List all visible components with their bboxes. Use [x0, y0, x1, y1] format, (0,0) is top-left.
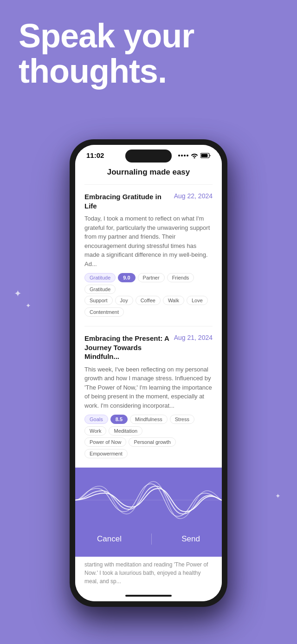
journal-entry-1[interactable]: Embracing Gratitude in Life Aug 22, 2024…	[84, 184, 213, 326]
entry-2-title: Embracing the Present: A Journey Towards…	[84, 334, 170, 361]
tag-love[interactable]: Love	[187, 296, 208, 305]
signal-icon	[178, 155, 188, 156]
tag-mindfulness[interactable]: Mindfulness	[130, 415, 168, 424]
home-bar	[125, 595, 172, 597]
phone-mockup: 11:02	[70, 139, 227, 607]
tag-joy[interactable]: Joy	[115, 296, 133, 305]
entry-1-body: Today, I took a moment to reflect on wha…	[84, 214, 213, 268]
tag-contentment[interactable]: Contentment	[84, 307, 124, 317]
entry-2-tags-row2: Power of Now Personal growth Empowerment	[84, 437, 213, 458]
tag-gratitude[interactable]: Gratitude	[84, 285, 116, 294]
wifi-icon	[191, 153, 198, 158]
voice-actions: Cancel Send	[75, 531, 222, 547]
entry-2-header: Embracing the Present: A Journey Towards…	[84, 334, 213, 361]
bottom-text-section: starting with meditation and reading 'Th…	[75, 557, 222, 591]
entry-2-body: This week, I've been reflecting on my pe…	[84, 365, 213, 410]
entry-2-date: Aug 21, 2024	[174, 334, 213, 341]
tag-meditation[interactable]: Meditation	[109, 426, 142, 436]
tag-coffee[interactable]: Coffee	[136, 296, 161, 305]
phone-screen: 11:02	[75, 145, 222, 601]
voice-divider	[151, 533, 152, 545]
battery-icon	[200, 153, 211, 158]
waveform-svg	[75, 477, 222, 523]
sparkle-icon-3: ✦	[275, 492, 281, 500]
status-time: 11:02	[86, 151, 104, 159]
entry-1-date: Aug 22, 2024	[174, 192, 213, 200]
tag-friends[interactable]: Friends	[167, 273, 194, 282]
sparkle-icon-2: ✦	[26, 302, 31, 309]
notch	[125, 150, 172, 163]
voice-recorder: Cancel Send	[75, 468, 222, 557]
tag-support[interactable]: Support	[84, 296, 113, 305]
entry-1-tags-row1: Gratitude 9.0 Partner Friends Gratitude	[84, 273, 213, 294]
entry-1-header: Embracing Gratitude in Life Aug 22, 2024	[84, 192, 213, 210]
tag-stress[interactable]: Stress	[170, 415, 194, 424]
status-bar: 11:02	[75, 145, 222, 162]
tag-walk[interactable]: Walk	[163, 296, 184, 305]
tag-score-2: 8.5	[110, 415, 128, 424]
tag-personal-growth[interactable]: Personal growth	[129, 437, 176, 447]
entry-2-tags-row1: Goals 8.5 Mindfulness Stress Work Medita…	[84, 415, 213, 436]
phone-outer: 11:02	[70, 139, 227, 607]
waveform-display	[75, 477, 222, 523]
tag-empowerment[interactable]: Empowerment	[84, 449, 128, 458]
entry-1-tags-row2: Support Joy Coffee Walk Love Contentment	[84, 296, 213, 317]
home-indicator	[75, 591, 222, 601]
bottom-entry-text: starting with meditation and reading 'Th…	[84, 560, 213, 585]
tag-goals-primary[interactable]: Goals	[84, 415, 108, 424]
sparkle-icon-1: ✦	[14, 288, 22, 299]
tag-score-1: 9.0	[118, 273, 135, 282]
tag-partner[interactable]: Partner	[138, 273, 165, 282]
app-content: Journaling made easy Embracing Gratitude…	[75, 162, 222, 468]
send-button[interactable]: Send	[168, 531, 214, 547]
app-header: Journaling made easy	[84, 162, 213, 184]
journal-entry-2[interactable]: Embracing the Present: A Journey Towards…	[84, 326, 213, 468]
svg-rect-1	[201, 154, 208, 157]
tag-power-of-now[interactable]: Power of Now	[84, 437, 126, 447]
tag-work[interactable]: Work	[84, 426, 106, 436]
cancel-button[interactable]: Cancel	[83, 531, 136, 547]
status-icons	[178, 153, 211, 158]
hero-section: Speak your thoughts.	[19, 19, 278, 89]
hero-title: Speak your thoughts.	[19, 19, 278, 89]
tag-gratitude-primary[interactable]: Gratitude	[84, 273, 116, 282]
entry-1-title: Embracing Gratitude in Life	[84, 192, 170, 210]
